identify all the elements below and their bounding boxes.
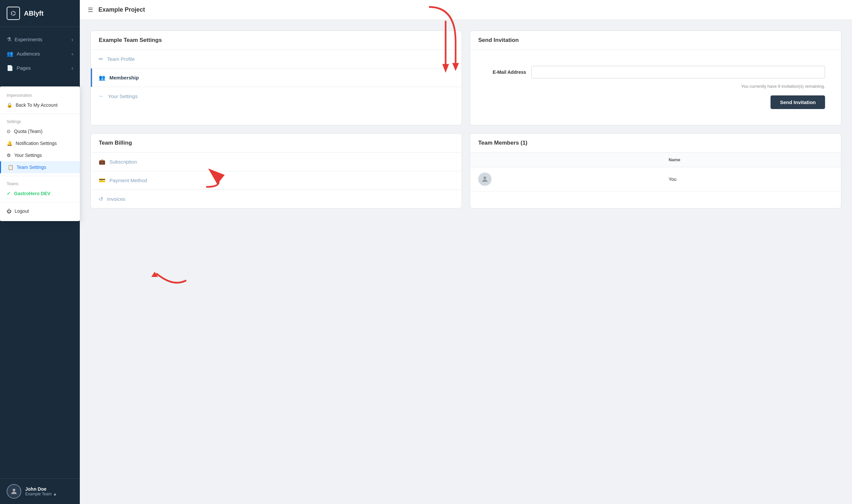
members-table: Name [470, 152, 841, 192]
sidebar-logo[interactable]: ⌬ ABlyft [0, 0, 80, 27]
logout-item[interactable]: ⏻ Logout [0, 205, 80, 217]
payment-icon: 💳 [99, 177, 105, 183]
notification-settings-item[interactable]: 🔔 Notification Settings [0, 137, 80, 149]
caret-icon: ▲ [53, 492, 57, 496]
logout-icon: ⏻ [7, 209, 11, 214]
sidebar-item-audiences[interactable]: 👥 Audiences ‹ [0, 47, 80, 61]
team-settings-card: Example Team Settings ✏ Team Profile 👥 M… [90, 31, 462, 125]
notification-icon: 🔔 [7, 141, 12, 146]
email-form-row: E-Mail Address [486, 66, 825, 78]
avatar [7, 484, 21, 499]
team-members-title: Team Members (1) [470, 134, 841, 152]
check-icon: ✓ [7, 191, 11, 196]
payment-method-item[interactable]: 💳 Payment Method [91, 171, 462, 190]
footer-team: Example Team ▲ [25, 492, 57, 496]
sidebar-item-experiments[interactable]: ⚗ Experiments ‹ [0, 32, 80, 47]
impersonation-label: Impersonation [0, 90, 80, 99]
sidebar-item-label: Pages [17, 65, 31, 71]
member-avatar [478, 173, 492, 186]
back-to-account-item[interactable]: 🔒 Back To My Account [0, 99, 80, 111]
your-settings-item[interactable]: ← Your Settings [91, 87, 462, 105]
dropdown-divider-2 [0, 176, 80, 176]
experiments-icon: ⚗ [7, 36, 11, 42]
sidebar-footer[interactable]: John Doe Example Team ▲ [0, 479, 80, 504]
logo-icon: ⌬ [7, 7, 20, 20]
member-avatar-cell [470, 167, 660, 192]
subscription-item[interactable]: 💼 Subscription [91, 152, 462, 171]
footer-username: John Doe [25, 486, 57, 492]
sidebar-item-label: Audiences [17, 51, 40, 56]
team-settings-icon: 📋 [8, 165, 13, 170]
back-icon: ← [99, 93, 104, 99]
logo-name: ABlyft [24, 10, 43, 17]
send-invitation-body: E-Mail Address You currently have 9 invi… [470, 50, 841, 125]
avatar-col-header [470, 152, 660, 167]
sidebar-dropdown: Impersonation 🔒 Back To My Account Setti… [0, 87, 80, 221]
team-settings-item[interactable]: 📋 Team Settings [0, 161, 80, 173]
page-title: Example Project [99, 6, 145, 13]
membership-item[interactable]: 👥 Membership [91, 69, 462, 87]
invoices-item[interactable]: ↺ Invoices [91, 190, 462, 208]
audiences-icon: 👥 [7, 51, 13, 57]
membership-icon: 👥 [99, 74, 105, 81]
settings-icon: ⚙ [7, 152, 11, 158]
menu-icon[interactable]: ☰ [88, 6, 93, 14]
edit-icon: ✏ [99, 56, 103, 62]
sidebar: ⌬ ABlyft ⚗ Experiments ‹ 👥 Audiences ‹ [0, 0, 80, 504]
topbar: ☰ Example Project [80, 0, 852, 20]
name-col-header: Name [660, 152, 841, 167]
dropdown-divider [0, 114, 80, 114]
member-name-cell: You [660, 167, 841, 192]
chevron-icon: ‹ [71, 51, 73, 56]
active-bar [91, 69, 92, 87]
content-area: Example Team Settings ✏ Team Profile 👥 M… [80, 20, 852, 504]
team-billing-card: Team Billing 💼 Subscription 💳 Payment Me… [90, 133, 462, 209]
settings-label: Settings [0, 117, 80, 125]
send-invitation-button[interactable]: Send Invitation [770, 95, 825, 109]
subscription-icon: 💼 [99, 159, 105, 165]
send-invitation-title: Send Invitation [470, 31, 841, 50]
chevron-icon: ‹ [71, 37, 73, 42]
your-settings-item[interactable]: ⚙ Your Settings [0, 149, 80, 161]
email-label: E-Mail Address [486, 70, 526, 75]
svg-point-0 [13, 489, 15, 491]
send-invitation-card: Send Invitation E-Mail Address You curre… [470, 31, 841, 125]
invitation-hint: You currently have 9 invitation(s) remai… [486, 84, 825, 89]
quota-item[interactable]: ⊙ Quota (Team) [0, 125, 80, 137]
svg-point-1 [483, 177, 486, 179]
dropdown-divider-3 [0, 202, 80, 202]
team-members-body: Name [470, 152, 841, 192]
team-billing-title: Team Billing [91, 134, 462, 152]
teams-label: Teams [0, 179, 80, 187]
table-row: You [470, 167, 841, 192]
team-profile-item[interactable]: ✏ Team Profile [91, 50, 462, 69]
invoices-icon: ↺ [99, 196, 103, 202]
sidebar-item-label: Experiments [15, 37, 42, 42]
content-wrapper: ☰ Example Project Example Team Settings … [80, 0, 852, 504]
button-row: Send Invitation [486, 95, 825, 109]
lock-icon: 🔒 [7, 102, 12, 108]
team-settings-card-title: Example Team Settings [91, 31, 462, 50]
quota-icon: ⊙ [7, 129, 11, 134]
chevron-icon: ‹ [71, 65, 73, 71]
pages-icon: 📄 [7, 65, 13, 71]
sidebar-item-pages[interactable]: 📄 Pages ‹ [0, 61, 80, 75]
gastrophere-team-item[interactable]: ✓ GastroHero DEV [0, 187, 80, 199]
email-input[interactable] [531, 66, 825, 78]
team-members-card: Team Members (1) Name [470, 133, 841, 209]
